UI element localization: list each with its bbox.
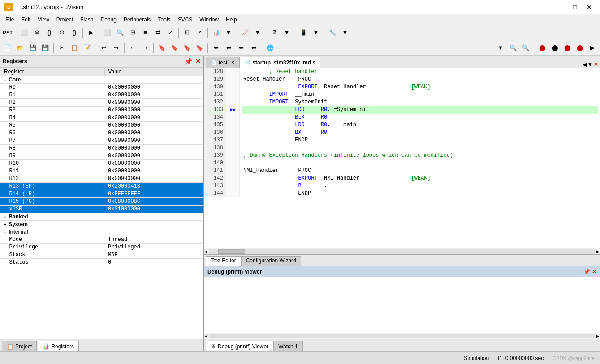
tb-btn-4[interactable]: ⊙ — [56, 27, 68, 39]
close-editor-button[interactable]: ✕ — [594, 61, 598, 68]
tb2-btn-10[interactable]: ← — [127, 42, 138, 54]
tb-btn-20[interactable]: ▼ — [281, 27, 293, 39]
debug-scroll-track[interactable] — [209, 334, 595, 338]
pin-icon[interactable]: 📌 — [185, 58, 192, 65]
menu-item-svcs[interactable]: SVCS — [174, 16, 196, 24]
debug-content[interactable] — [204, 277, 600, 333]
maximize-button[interactable]: □ — [569, 2, 581, 12]
debug-scroll-left[interactable]: ◀ — [204, 334, 208, 339]
register-name: − Internal — [0, 228, 105, 236]
debug-btn-3[interactable]: 🔍 — [520, 42, 531, 54]
editor-bottom-tab-configuration-wizard[interactable]: Configuration Wizard — [241, 256, 301, 266]
scroll-left-arrow[interactable]: ◀ — [204, 249, 208, 254]
line-number: 141 — [207, 167, 223, 175]
menu-item-debug[interactable]: Debug — [97, 16, 120, 24]
menu-item-help[interactable]: Help — [222, 16, 241, 24]
prev-tab-button[interactable]: ◀ — [583, 61, 587, 68]
debug-pin-icon[interactable]: 📌 — [583, 269, 590, 275]
editor-bottom-tab-text-editor[interactable]: Text Editor — [206, 256, 241, 266]
menu-item-window[interactable]: Window — [196, 16, 222, 24]
expand-icon[interactable]: + — [4, 222, 8, 227]
tab-dropdown-button[interactable]: ▼ — [587, 61, 593, 68]
rst-button[interactable]: RST — [2, 27, 13, 39]
close-registers-button[interactable]: ✕ — [195, 57, 201, 65]
tb-btn-7[interactable]: ⬜ — [102, 27, 113, 39]
tb-btn-8[interactable]: 🔍 — [114, 27, 126, 39]
tb-btn-5[interactable]: {} — [69, 27, 80, 39]
editor-content[interactable]: 1281291301311321331341351361371381391401… — [204, 68, 600, 248]
tb-btn-2[interactable]: ⊗ — [31, 27, 43, 39]
tb-btn-18[interactable]: ▼ — [252, 27, 263, 39]
tb2-btn-7[interactable]: 📝 — [81, 42, 93, 54]
tb2-btn-6[interactable]: 📋 — [69, 42, 80, 54]
tb2-btn-3[interactable]: 💾 — [27, 42, 39, 54]
tb2-btn-11[interactable]: → — [139, 42, 151, 54]
debug-btn-2[interactable]: 🔍 — [507, 42, 519, 54]
tb2-btn-5[interactable]: ✂ — [56, 42, 68, 54]
tb-btn-10[interactable]: ≡ — [139, 27, 151, 39]
debug-hscroll[interactable]: ◀ ▶ — [204, 333, 600, 339]
tb-btn-3[interactable]: {} — [43, 27, 55, 39]
tb-btn-19[interactable]: 🖥 — [268, 27, 280, 39]
tb-btn-16[interactable]: ▼ — [223, 27, 234, 39]
debug-scroll-right[interactable]: ▶ — [596, 334, 600, 339]
tb-btn-22[interactable]: ▼ — [310, 27, 322, 39]
tb-btn-6[interactable]: ▶ — [85, 27, 97, 39]
tb-btn-13[interactable]: ⊡ — [181, 27, 193, 39]
scroll-thumb[interactable] — [218, 249, 245, 254]
tb2-btn-4[interactable]: 💾 — [39, 42, 51, 54]
debug-btn-1[interactable]: ▼ — [495, 42, 506, 54]
tb2-btn-19[interactable]: ⬅ — [248, 42, 259, 54]
expand-icon[interactable]: + — [4, 214, 8, 219]
tb2-btn-15[interactable]: 🔖 — [194, 42, 205, 54]
debug-tab-debug-(printf)-viewer[interactable]: 🖥 Debug (printf) Viewer — [206, 341, 273, 351]
scroll-track[interactable] — [209, 249, 595, 254]
scroll-right-arrow[interactable]: ▶ — [596, 249, 600, 254]
tb-btn-14[interactable]: ↗ — [194, 27, 205, 39]
tb2-btn-8[interactable]: ↩ — [98, 42, 109, 54]
tb2-btn-14[interactable]: 🔖 — [181, 42, 193, 54]
menu-item-peripherals[interactable]: Peripherals — [120, 16, 155, 24]
menu-item-project[interactable]: Project — [53, 16, 77, 24]
tb2-btn-16[interactable]: ⬅ — [210, 42, 222, 54]
tb-btn-15[interactable]: 📊 — [210, 27, 222, 39]
expand-icon[interactable]: − — [4, 230, 8, 235]
menu-item-file[interactable]: File — [2, 16, 17, 24]
tb2-btn-2[interactable]: 📂 — [14, 42, 26, 54]
tb-btn-11[interactable]: ⇄ — [152, 27, 164, 39]
debug-btn-7[interactable]: ⬤ — [574, 42, 586, 54]
menu-item-flash[interactable]: Flash — [77, 16, 97, 24]
tb-btn-1[interactable]: ⬜ — [18, 27, 30, 39]
registers-table-area[interactable]: Register Value − CoreR00x00000000R10x000… — [0, 67, 203, 339]
tb2-btn-9[interactable]: ↪ — [110, 42, 122, 54]
debug-btn-6[interactable]: ⬤ — [561, 42, 573, 54]
tb2-btn-20[interactable]: 🌐 — [264, 42, 276, 54]
menu-item-edit[interactable]: Edit — [17, 16, 34, 24]
tb2-btn-13[interactable]: 🔖 — [168, 42, 180, 54]
debug-btn-5[interactable]: ⬤ — [549, 42, 561, 54]
close-debug-button[interactable]: ✕ — [592, 269, 596, 275]
tb-btn-23[interactable]: 🔧 — [327, 27, 338, 39]
tb-btn-9[interactable]: ⊞ — [127, 27, 138, 39]
tb2-btn-1[interactable]: 📄 — [2, 42, 13, 54]
editor-tab-startup_stm32f10x_md-s[interactable]: 📄startup_stm32f10x_md.s — [239, 57, 320, 68]
tb-btn-17[interactable]: 📈 — [239, 27, 251, 39]
tb-btn-21[interactable]: 📱 — [298, 27, 309, 39]
close-button[interactable]: ✕ — [583, 2, 596, 12]
tb2-btn-17[interactable]: ⬅ — [223, 42, 234, 54]
left-tab-registers[interactable]: 📊Registers — [38, 341, 79, 351]
left-tab-project[interactable]: 📋Project — [2, 341, 37, 351]
debug-btn-8[interactable]: ▶ — [587, 42, 598, 54]
editor-hscroll[interactable]: ◀ ▶ — [204, 248, 600, 254]
tb2-btn-18[interactable]: ⬅ — [235, 42, 247, 54]
expand-icon[interactable]: − — [4, 77, 8, 82]
debug-tab-watch-1[interactable]: Watch 1 — [273, 341, 303, 351]
tb-btn-24[interactable]: ▼ — [339, 27, 351, 39]
tb2-btn-12[interactable]: 🔖 — [156, 42, 168, 54]
minimize-button[interactable]: – — [554, 2, 567, 12]
menu-item-view[interactable]: View — [34, 16, 53, 24]
editor-tab-test1-s[interactable]: 📄test1.s — [206, 57, 239, 68]
menu-item-tools[interactable]: Tools — [155, 16, 174, 24]
tb-btn-12[interactable]: ⤢ — [164, 27, 176, 39]
debug-btn-4[interactable]: ⬤ — [536, 42, 548, 54]
